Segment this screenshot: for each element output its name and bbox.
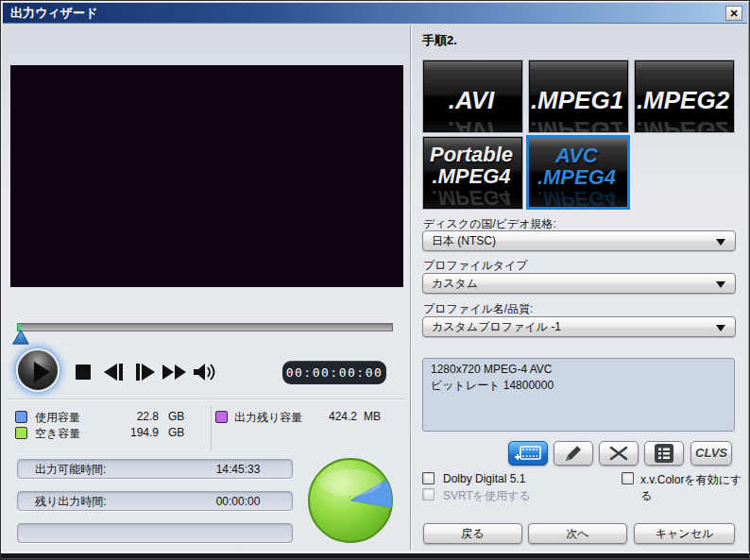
profile-info-line2: ビットレート 14800000 — [431, 378, 726, 394]
delete-profile-button[interactable] — [599, 441, 639, 466]
free-capacity-unit: GB — [168, 426, 184, 439]
stop-button[interactable] — [69, 361, 97, 385]
format-portable-line1: Portable — [430, 143, 513, 166]
xvcolor-checkbox-label: x.v.Colorを有効にする — [640, 472, 749, 504]
video-preview — [10, 65, 403, 287]
svrt-checkbox — [422, 488, 435, 501]
remaining-output-label: 出力残り容量 — [234, 410, 302, 426]
profile-details-icon — [654, 443, 674, 464]
chevron-down-icon — [716, 239, 725, 246]
format-portable-mpeg4-button[interactable]: Portable.MPEG4 Portable.MPEG4 — [422, 136, 523, 210]
title-bar[interactable]: 出力ウィザード ✕ — [3, 3, 747, 24]
profile-type-value: カスタム — [432, 274, 478, 293]
profile-type-label: プロファイルタイプ — [423, 258, 528, 274]
volume-icon — [192, 362, 217, 382]
format-avi-label: .AVI — [423, 86, 520, 115]
next-button[interactable]: 次へ — [528, 523, 627, 544]
step-back-icon — [102, 363, 125, 382]
close-icon: ✕ — [729, 8, 738, 19]
remaining-time-label: 残り出力時間: — [35, 492, 107, 511]
step-label: 手順2. — [422, 32, 457, 49]
profile-name-select[interactable]: カスタムプロファイル -1 — [422, 316, 736, 337]
cancel-button[interactable]: キャンセル — [634, 523, 735, 544]
panel-divider — [410, 25, 412, 551]
format-avc-line1: AVC — [555, 144, 598, 167]
step-back-button[interactable] — [99, 361, 128, 385]
seek-thumb[interactable] — [12, 330, 29, 346]
profile-name-label: プロファイル名/品質: — [423, 301, 533, 317]
play-button[interactable] — [16, 348, 60, 392]
back-button[interactable]: 戻る — [423, 523, 522, 544]
chevron-down-icon — [716, 325, 725, 331]
fast-forward-button[interactable] — [160, 361, 188, 385]
svrt-checkbox-label: SVRTを使用する — [443, 488, 531, 504]
fast-forward-icon — [162, 363, 187, 382]
writable-time-label: 出力可能時間: — [35, 460, 106, 479]
dolby-checkbox-label: Dolby Digital 5.1 — [443, 472, 525, 485]
format-mpeg1-label: .MPEG1 — [529, 86, 625, 115]
step-forward-icon — [134, 363, 157, 382]
clvs-button[interactable]: CLVS — [690, 441, 732, 466]
free-capacity-swatch — [15, 427, 27, 439]
profile-type-select[interactable]: カスタム — [422, 273, 736, 294]
remaining-output-swatch — [215, 411, 228, 423]
used-capacity-unit: GB — [168, 410, 184, 423]
step-forward-button[interactable] — [131, 361, 160, 385]
format-avc-line2: .MPEG4 — [537, 165, 616, 189]
used-capacity-label: 使用容量 — [35, 410, 80, 426]
profile-info-line1: 1280x720 MPEG-4 AVC — [431, 362, 726, 378]
timecode-display: 00:00:00:00 — [282, 361, 386, 384]
format-mpeg2-button[interactable]: .MPEG2 .MPEG2 — [634, 59, 735, 133]
format-mpeg1-button[interactable]: .MPEG1 .MPEG1 — [528, 59, 629, 133]
format-mpeg1-reflection: .MPEG1 — [529, 115, 625, 133]
format-portable-line2: .MPEG4 — [432, 164, 510, 188]
free-capacity-label: 空き容量 — [35, 426, 80, 442]
window-title: 出力ウィザード — [10, 3, 97, 24]
writable-time-value: 14:45:33 — [196, 460, 281, 479]
used-capacity-swatch — [15, 411, 27, 423]
status-box-empty — [17, 523, 293, 543]
delete-x-icon — [608, 445, 629, 462]
close-button[interactable]: ✕ — [725, 6, 742, 21]
disc-standard-value: 日本 (NTSC) — [432, 231, 496, 250]
play-icon — [34, 362, 50, 382]
seek-bar[interactable] — [17, 323, 393, 331]
left-panel-divider — [9, 399, 405, 400]
disc-standard-select[interactable]: 日本 (NTSC) — [422, 230, 736, 251]
profile-details-button[interactable] — [644, 441, 684, 466]
output-wizard-dialog: 出力ウィザード ✕ 00:00:00:00 使用容量 22.8 GB — [0, 0, 750, 560]
profile-name-value: カスタムプロファイル -1 — [432, 317, 561, 336]
format-avc-mpeg4-button[interactable]: AVC.MPEG4 AVC.MPEG4 — [526, 135, 630, 210]
format-mpeg2-label: .MPEG2 — [635, 86, 731, 115]
remaining-output-value: 424.2 — [300, 410, 357, 423]
new-profile-button[interactable] — [508, 441, 548, 466]
edit-pencil-icon — [563, 444, 584, 463]
volume-button[interactable] — [190, 361, 218, 385]
format-mpeg2-reflection: .MPEG2 — [635, 115, 731, 133]
stop-icon — [75, 364, 92, 381]
chevron-down-icon — [716, 281, 725, 288]
format-avi-button[interactable]: .AVI .AVI — [422, 59, 523, 133]
format-avi-reflection: .AVI — [423, 115, 520, 133]
remaining-time-box: 残り出力時間: 00:00:00 — [17, 491, 293, 511]
legend-divider — [211, 406, 212, 450]
xvcolor-checkbox[interactable] — [622, 472, 634, 484]
writable-time-box: 出力可能時間: 14:45:33 — [17, 459, 293, 479]
free-capacity-value: 194.9 — [102, 426, 159, 439]
remaining-time-value: 00:00:00 — [196, 492, 281, 511]
disk-capacity-pie-chart — [307, 457, 394, 544]
used-capacity-value: 22.8 — [102, 410, 159, 423]
edit-profile-button[interactable] — [554, 441, 593, 466]
profile-info-box: 1280x720 MPEG-4 AVC ビットレート 14800000 — [422, 358, 735, 432]
dolby-checkbox[interactable] — [422, 472, 435, 484]
remaining-output-unit: MB — [364, 410, 381, 423]
add-profile-icon — [514, 444, 542, 463]
